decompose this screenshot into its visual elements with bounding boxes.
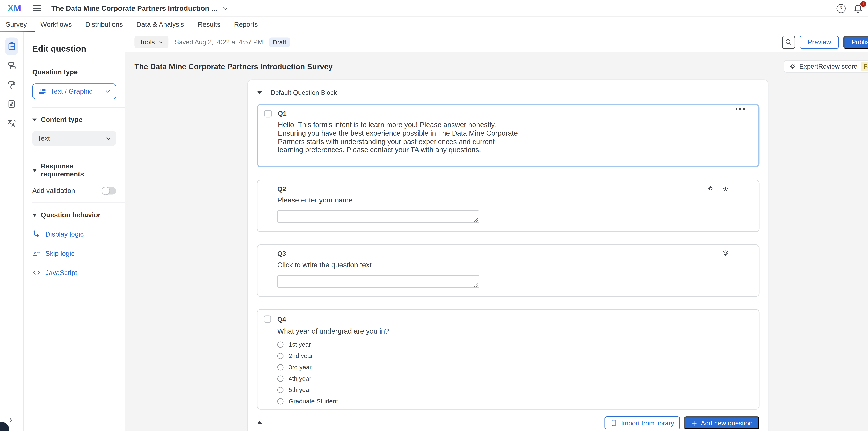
radio-option[interactable]: 5th year (277, 387, 338, 393)
import-from-library-button[interactable]: Import from library (604, 417, 680, 429)
skip-logic-link[interactable]: Skip logic (32, 249, 116, 257)
panel-divider (32, 107, 125, 107)
survey-toolbar: Tools Saved Aug 2, 2022 at 4:57 PM Draft… (125, 32, 868, 52)
expand-panel-chevron-icon[interactable] (7, 417, 14, 424)
tab-distributions[interactable]: Distributions (79, 21, 129, 29)
canvas-footer: Import from library Add new question (257, 417, 759, 429)
question-card-q1[interactable]: Q1 Hello! This form's intent is to learn… (257, 104, 759, 167)
question-behavior-heading[interactable]: Question behavior (32, 211, 116, 219)
panel-title: Edit question (32, 44, 116, 54)
plus-icon (690, 420, 698, 426)
radio-option[interactable]: Graduate Student (277, 398, 338, 404)
block-title: Default Question Block (271, 89, 337, 96)
tab-data-analysis[interactable]: Data & Analysis (130, 21, 191, 29)
rail-survey-builder-icon[interactable] (5, 37, 18, 55)
radio-icon[interactable] (277, 364, 284, 370)
question-text[interactable]: Hello! This form's intent is to learn mo… (278, 121, 518, 154)
panel-divider (32, 154, 125, 154)
skip-logic-icon (32, 249, 41, 257)
saved-status-text: Saved Aug 2, 2022 at 4:57 PM (175, 38, 263, 45)
survey-name-chevron-down-icon[interactable] (222, 5, 228, 11)
javascript-icon (32, 268, 41, 277)
question-checkbox[interactable] (264, 315, 271, 322)
collapse-triangle-icon (32, 118, 37, 121)
main-area: Tools Saved Aug 2, 2022 at 4:57 PM Draft… (125, 32, 868, 431)
tools-dropdown[interactable]: Tools (134, 36, 168, 48)
radio-option[interactable]: 2nd year (277, 352, 338, 359)
chevron-down-icon (158, 39, 163, 44)
survey-content: The Data Mine Corporate Partners Introdu… (125, 52, 868, 431)
collapse-triangle-icon (32, 214, 37, 216)
chevron-down-icon (105, 135, 111, 141)
notifications-bell-icon[interactable]: 1 (853, 3, 863, 13)
question-checkbox[interactable] (264, 110, 272, 117)
block-header[interactable]: Default Question Block (248, 89, 768, 96)
add-new-question-button[interactable]: Add new question (684, 417, 759, 429)
add-validation-label: Add validation (32, 187, 102, 195)
radio-icon[interactable] (277, 375, 284, 381)
add-validation-toggle[interactable] (102, 187, 116, 194)
edit-question-panel: Edit question Question type Text / Graph… (24, 32, 125, 431)
radio-icon[interactable] (277, 352, 284, 359)
question-label: Q2 (277, 185, 286, 192)
block-collapse-up-icon[interactable] (257, 421, 262, 424)
question-type-select[interactable]: Text / Graphic (32, 83, 116, 99)
radio-icon[interactable] (277, 387, 284, 393)
display-logic-link[interactable]: Display logic (32, 230, 116, 238)
help-icon[interactable]: ? (837, 4, 846, 13)
question-card-q2[interactable]: Q2 Please enter your name (257, 180, 759, 232)
answer-text-input[interactable] (277, 275, 479, 287)
question-text[interactable]: Please enter your name (277, 196, 518, 205)
question-card-q4[interactable]: Q4 What year of undergrad are you in? 1s… (257, 309, 759, 409)
answer-text-input[interactable] (277, 211, 479, 223)
hamburger-menu-icon[interactable] (33, 4, 41, 13)
tab-results[interactable]: Results (191, 21, 227, 29)
question-canvas: Default Question Block Q1 Hello! This fo… (247, 79, 768, 431)
content-type-select[interactable]: Text (32, 131, 116, 146)
lightbulb-icon[interactable] (707, 185, 715, 193)
more-options-icon[interactable] (735, 108, 745, 110)
survey-page-title: The Data Mine Corporate Partners Introdu… (134, 62, 333, 71)
book-icon (610, 419, 618, 427)
tab-reports[interactable]: Reports (227, 21, 265, 29)
javascript-link[interactable]: JavaScript (32, 268, 116, 277)
lightbulb-icon (789, 63, 796, 70)
radio-icon[interactable] (277, 341, 284, 347)
block-collapse-triangle-icon (257, 91, 262, 94)
tab-workflows[interactable]: Workflows (34, 21, 79, 29)
xm-logo: XM (7, 3, 21, 14)
rail-survey-options-icon[interactable] (5, 98, 18, 111)
panel-divider (32, 203, 125, 203)
left-icon-rail (0, 32, 24, 431)
rail-survey-flow-icon[interactable] (5, 59, 18, 72)
main-nav: Survey Workflows Distributions Data & An… (0, 17, 868, 32)
question-label: Q3 (277, 250, 286, 257)
response-requirements-heading[interactable]: Response requirements (32, 162, 116, 178)
rail-look-feel-icon[interactable] (5, 78, 18, 91)
question-card-q3[interactable]: Q3 Click to write the question text (257, 245, 759, 297)
question-text[interactable]: Click to write the question text (277, 261, 518, 269)
content-type-heading[interactable]: Content type (32, 116, 116, 124)
required-asterisk-icon (722, 185, 729, 192)
lightbulb-icon[interactable] (721, 250, 729, 257)
radio-option[interactable]: 1st year (277, 341, 338, 348)
preview-button[interactable]: Preview (800, 35, 839, 49)
tab-survey[interactable]: Survey (6, 21, 34, 29)
collapse-triangle-icon (32, 169, 37, 172)
rail-translations-icon[interactable] (5, 117, 18, 130)
radio-option[interactable]: 3rd year (277, 364, 338, 370)
radio-option-list: 1st year 2nd year 3rd year 4th year 5th … (277, 341, 338, 409)
search-button[interactable] (782, 35, 795, 49)
expert-review-pill[interactable]: ExpertReview score Fair (783, 60, 868, 72)
content-type-value: Text (37, 134, 105, 143)
radio-option[interactable]: 4th year (277, 375, 338, 382)
survey-name-header: The Data Mine Corporate Partners Introdu… (51, 4, 217, 12)
question-label: Q1 (278, 110, 287, 117)
question-text[interactable]: What year of undergrad are you in? (277, 327, 518, 336)
publish-button[interactable]: Publish (843, 35, 868, 49)
chevron-down-icon (105, 89, 111, 94)
display-logic-icon (32, 230, 41, 238)
top-header: XM The Data Mine Corporate Partners Intr… (0, 0, 868, 17)
text-graphic-icon (38, 87, 46, 95)
radio-icon[interactable] (277, 398, 284, 404)
